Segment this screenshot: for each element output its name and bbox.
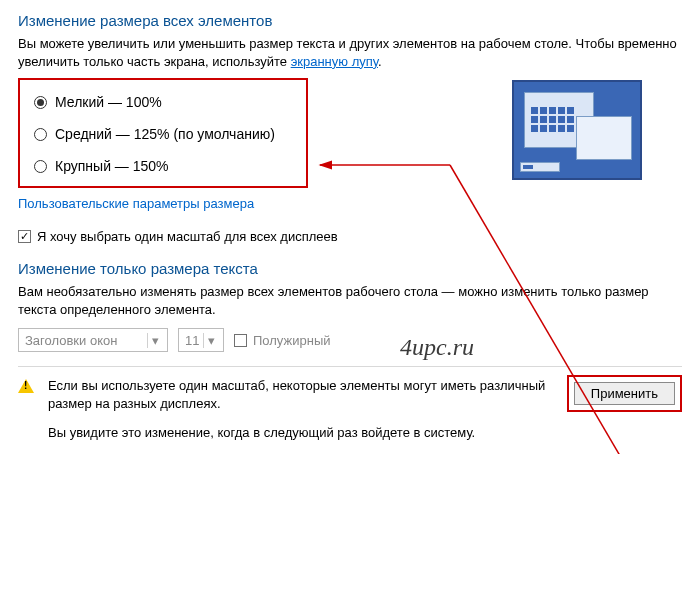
size-select[interactable]: 11 ▾ <box>178 328 224 352</box>
chevron-down-icon: ▾ <box>147 333 163 348</box>
chevron-down-icon: ▾ <box>203 333 219 348</box>
warning-icon <box>18 379 34 393</box>
radio-medium[interactable]: Средний — 125% (по умолчанию) <box>34 126 288 142</box>
section2-title: Изменение только размера текста <box>18 260 682 277</box>
select-value: Заголовки окон <box>25 333 117 348</box>
custom-size-link[interactable]: Пользовательские параметры размера <box>18 196 308 211</box>
warning-line1: Если вы используете один масштаб, некото… <box>48 377 553 413</box>
element-select[interactable]: Заголовки окон ▾ <box>18 328 168 352</box>
apply-button[interactable]: Применить <box>574 382 675 405</box>
radio-label: Крупный — 150% <box>55 158 169 174</box>
bold-checkbox[interactable]: Полужирный <box>234 333 331 348</box>
radio-large[interactable]: Крупный — 150% <box>34 158 288 174</box>
radio-icon <box>34 128 47 141</box>
checkbox-label: Полужирный <box>253 333 331 348</box>
radio-label: Средний — 125% (по умолчанию) <box>55 126 275 142</box>
section1-desc: Вы можете увеличить или уменьшить размер… <box>18 35 682 70</box>
display-preview-icon <box>512 80 642 180</box>
checkbox-icon <box>234 334 247 347</box>
select-value: 11 <box>185 333 199 348</box>
section2-desc: Вам необязательно изменять размер всех э… <box>18 283 682 318</box>
apply-highlight: Применить <box>567 375 682 412</box>
radio-icon <box>34 160 47 173</box>
magnifier-link[interactable]: экранную лупу <box>291 54 378 69</box>
separator <box>18 366 682 367</box>
checkbox-label: Я хочу выбрать один масштаб для всех дис… <box>37 229 338 244</box>
section1-title: Изменение размера всех элементов <box>18 12 682 29</box>
scale-options-box: Мелкий — 100% Средний — 125% (по умолчан… <box>18 78 308 188</box>
single-scale-checkbox[interactable]: Я хочу выбрать один масштаб для всех дис… <box>18 229 682 244</box>
radio-icon <box>34 96 47 109</box>
warning-line2: Вы увидите это изменение, когда в следую… <box>48 424 553 442</box>
checkbox-icon <box>18 230 31 243</box>
radio-small[interactable]: Мелкий — 100% <box>34 94 288 110</box>
footer-text: Если вы используете один масштаб, некото… <box>48 377 553 442</box>
radio-label: Мелкий — 100% <box>55 94 162 110</box>
desc-text-after: . <box>378 54 382 69</box>
